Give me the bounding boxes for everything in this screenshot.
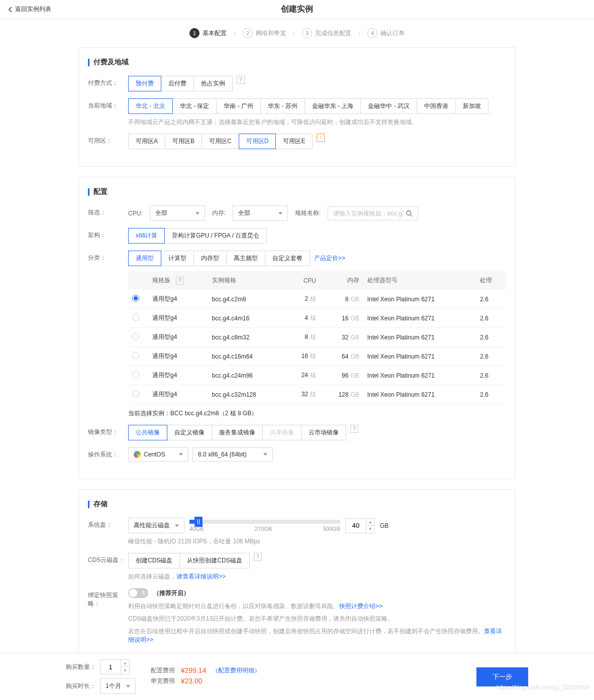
table-row[interactable]: 通用型g4 bcc.g4.c32m128 32核 128GB Intel Xeo… <box>128 385 506 404</box>
sys-disk-size-input[interactable]: ▲▼ <box>345 518 375 533</box>
step-network[interactable]: 2网络和带宽 <box>243 28 286 38</box>
cds-detail-link[interactable]: 请查看详细说明>> <box>176 573 226 580</box>
category-2[interactable]: 内存型 <box>193 251 227 266</box>
snapshot-policy-label: 绑定快照策略： <box>88 588 128 608</box>
zone-1[interactable]: 可用区B <box>165 134 202 149</box>
duration-select[interactable]: 1个月 <box>100 678 136 694</box>
stepper-up[interactable]: ▲ <box>121 660 129 667</box>
region-3[interactable]: 华东 - 苏州 <box>260 98 305 114</box>
sys-disk-slider[interactable] <box>189 520 340 524</box>
chevron-right-icon: › <box>358 30 360 37</box>
duration-label: 购买时长： <box>66 682 96 690</box>
sys-disk-label: 系统盘： <box>88 518 128 529</box>
stepper-up[interactable]: ▲ <box>366 519 374 526</box>
arch-x86[interactable]: x86计算 <box>128 228 165 244</box>
table-row[interactable]: 通用型g4 bcc.g4.c24m96 24核 96GB Intel Xeon … <box>128 366 506 385</box>
help-icon[interactable]: ? <box>176 277 184 285</box>
arch-gpu[interactable]: 异构计算GPU / FPGA / 百度昆仑 <box>164 228 267 244</box>
region-2[interactable]: 华南 - 广州 <box>216 98 261 114</box>
row-radio[interactable] <box>132 352 139 359</box>
spec-search[interactable] <box>328 206 418 220</box>
table-row[interactable]: 通用型g4 bcc.g4.c16m64 16核 64GB Intel Xeon … <box>128 347 506 366</box>
config-cost: ¥299.14 <box>181 666 207 674</box>
zone-0[interactable]: 可用区A <box>128 134 165 149</box>
cpu-filter-label: CPU: <box>128 210 143 217</box>
create-cds-button[interactable]: 创建CDS磁盘 <box>128 553 180 568</box>
spec-search-input[interactable] <box>333 210 404 217</box>
image-type-0[interactable]: 公共镜像 <box>128 425 167 440</box>
row-radio[interactable] <box>132 390 139 397</box>
slider-handle[interactable] <box>194 517 203 527</box>
row-radio[interactable] <box>132 371 139 378</box>
image-type-3: 共享镜像 <box>262 425 302 440</box>
region-1[interactable]: 华北 - 保定 <box>172 98 217 114</box>
category-4[interactable]: 自定义套餐 <box>265 251 310 266</box>
bw-cost: ¥23.00 <box>181 677 203 685</box>
image-type-1[interactable]: 自定义镜像 <box>167 425 212 440</box>
next-button[interactable]: 下一步 <box>476 667 528 686</box>
section-title-storage: 存储 <box>88 500 506 509</box>
search-icon <box>406 210 413 217</box>
snapshot-pricing-link[interactable]: 快照计费介绍>> <box>339 603 382 610</box>
help-icon[interactable]: ? <box>350 425 358 433</box>
section-title-config: 配置 <box>88 187 506 196</box>
help-icon[interactable]: ? <box>254 553 262 561</box>
chevron-left-icon <box>8 7 13 13</box>
pay-prepaid[interactable]: 预付费 <box>128 76 161 91</box>
region-4[interactable]: 金融华东 - 上海 <box>305 98 361 114</box>
row-radio[interactable] <box>132 295 139 302</box>
region-hint: 不同地域云产品之间内网不互通；选择最靠近您客户的地域，可降低访问延时，创建成功后… <box>128 118 506 127</box>
stepper-down[interactable]: ▼ <box>121 667 129 674</box>
region-7[interactable]: 新加坡 <box>455 98 488 114</box>
cost-detail-link[interactable]: （配置费用明细） <box>212 666 260 675</box>
step-basic[interactable]: 1基本配置 <box>189 28 227 38</box>
os-version-select[interactable]: 8.0 x86_64 (64bit) <box>192 447 273 461</box>
table-row[interactable]: 通用型g4 bcc.g4.c4m16 4核 16GB Intel Xeon Pl… <box>128 309 506 328</box>
step-confirm[interactable]: 4确认订单 <box>367 28 405 38</box>
zone-2[interactable]: 可用区C <box>202 134 239 149</box>
os-name-select[interactable]: CentOS <box>128 447 188 461</box>
warning-icon[interactable]: ! <box>317 134 325 142</box>
back-link[interactable]: 返回实例列表 <box>8 5 51 14</box>
zone-3[interactable]: 可用区D <box>239 134 276 149</box>
snapshot-toggle[interactable]: 关 <box>128 588 148 598</box>
category-0[interactable]: 通用型 <box>128 251 161 266</box>
mem-filter-label: 内存: <box>212 209 226 217</box>
row-radio[interactable] <box>132 333 139 340</box>
filter-label: 筛选： <box>88 205 128 217</box>
image-type-2[interactable]: 服务集成镜像 <box>212 425 263 440</box>
zone-4[interactable]: 可用区E <box>275 134 313 149</box>
cpu-select[interactable]: 全部 <box>150 205 205 221</box>
category-3[interactable]: 高主频型 <box>226 251 265 266</box>
chevron-right-icon: › <box>293 30 295 37</box>
pricing-link[interactable]: 产品定价>> <box>314 254 345 263</box>
row-radio[interactable] <box>132 314 139 321</box>
table-row[interactable]: 通用型g4 bcc.g4.c8m32 8核 32GB Intel Xeon Pl… <box>128 328 506 347</box>
pay-postpaid[interactable]: 后付费 <box>161 76 194 91</box>
help-icon[interactable]: ? <box>237 76 245 84</box>
region-5[interactable]: 金融华中 - 武汉 <box>360 98 417 114</box>
region-0[interactable]: 华北 - 北京 <box>128 98 173 114</box>
footer-bar: 购买数量： ▲▼ 购买时长： 1个月 配置费用 ¥299.14 （配置费用明细） <box>0 653 594 700</box>
pay-method-label: 付费方式： <box>88 76 128 87</box>
table-row[interactable]: 通用型g4 bcc.g4.c2m8 2核 8GB Intel Xeon Plat… <box>128 290 506 309</box>
watermark: https://blog.csdn.net/qq_39283669 <box>497 684 589 691</box>
page-title: 创建实例 <box>281 4 313 15</box>
stepper-down[interactable]: ▼ <box>366 526 374 533</box>
image-type-4[interactable]: 云市场镜像 <box>301 425 346 440</box>
sys-disk-type-select[interactable]: 高性能云磁盘 <box>128 518 184 533</box>
mem-select[interactable]: 全部 <box>233 205 288 221</box>
perf-hint: 峰值性能 - 随机IO 2120 IOPS，吞吐量 106 MBps <box>128 537 506 546</box>
qty-label: 购买数量： <box>66 663 96 671</box>
qty-input[interactable]: ▲▼ <box>100 659 130 674</box>
arch-label: 架构： <box>88 228 128 240</box>
step-info[interactable]: 3完成信息配置 <box>302 28 351 38</box>
region-6[interactable]: 中国香港 <box>417 98 456 114</box>
os-label: 操作系统： <box>88 447 128 459</box>
create-cds-snapshot-button[interactable]: 从快照创建CDS磁盘 <box>179 553 249 568</box>
centos-icon <box>134 451 141 458</box>
category-1[interactable]: 计算型 <box>161 251 194 266</box>
svg-point-0 <box>407 210 411 215</box>
pay-spot[interactable]: 抢占实例 <box>193 76 233 91</box>
spec-table: 规格族 ? 实例规格 CPU 内存 处理器型号 处理 通用型g4 bcc.g4.… <box>128 271 506 404</box>
